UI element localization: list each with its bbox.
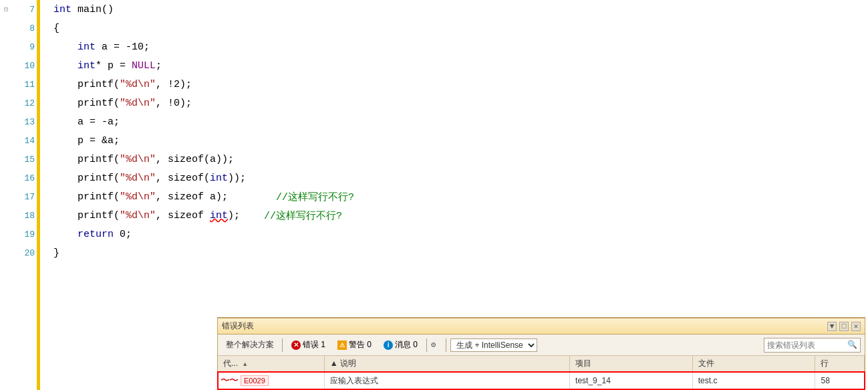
token: "%d\n" <box>120 98 156 109</box>
token: , !0); <box>156 98 192 109</box>
line-number-10: 10 <box>0 56 40 75</box>
col-description: ▲ 说明 <box>324 356 569 372</box>
error-icon: ✕ <box>291 340 301 350</box>
line-number-19: 19 <box>0 225 40 243</box>
wavy-icon: 〜〜 <box>221 375 238 387</box>
token: ( <box>114 154 120 165</box>
code-line-20: } <box>53 243 868 262</box>
line-number-11: 11 <box>0 75 40 94</box>
token: () <box>102 4 114 15</box>
col-file: 文件 <box>692 356 815 372</box>
error-panel-titlebar: 错误列表 ▼ □ ✕ <box>218 318 865 334</box>
info-count-badge[interactable]: i 消息 0 <box>379 337 422 353</box>
warning-count-label: 警告 0 <box>349 339 372 351</box>
token: ( <box>114 79 120 90</box>
code-line-11: printf("%d\n", !2); <box>53 75 868 94</box>
token: printf <box>78 191 114 203</box>
token: int <box>78 41 96 53</box>
line-number-15: 15 <box>0 150 40 169</box>
token: , sizeof <box>156 210 210 221</box>
line-number-9: 9 <box>0 37 40 56</box>
warning-count-badge[interactable]: ⚠ 警告 0 <box>333 337 376 353</box>
search-box[interactable]: 🔍 <box>764 338 861 353</box>
separator-1 <box>282 338 283 352</box>
info-icon: i <box>384 340 393 350</box>
code-line-16: printf("%d\n", sizeof(int)); <box>53 169 868 187</box>
titlebar-controls: ▼ □ ✕ <box>827 322 861 331</box>
token <box>53 210 78 221</box>
line-num-label: 10 <box>15 61 35 71</box>
sort-arrow: ▲ <box>242 361 248 367</box>
token: ; <box>156 60 162 72</box>
filter-icon[interactable]: ⚙ <box>431 340 442 351</box>
token <box>53 154 78 165</box>
pin-icon[interactable]: ▼ <box>827 322 837 331</box>
line-number-13: 13 <box>0 112 40 131</box>
token: , sizeof a); <box>156 191 228 203</box>
line-number-16: 16 <box>0 169 40 187</box>
line-num-label: 11 <box>15 80 35 90</box>
token: , !2); <box>156 79 192 90</box>
build-scope-dropdown[interactable]: 生成 + IntelliSense <box>450 338 537 352</box>
search-input[interactable] <box>767 340 847 350</box>
line-num-label: 19 <box>15 229 35 239</box>
close-icon[interactable]: ✕ <box>851 322 861 331</box>
token: main <box>78 4 102 15</box>
error-table: 代... ▲ ▲ 说明 项目 文件 行 〜〜E0029应输入表达式test_9_… <box>218 356 865 389</box>
token: //这样写行不行? <box>240 209 342 222</box>
token: ( <box>114 98 120 109</box>
error-count-label: 错误 1 <box>303 339 325 351</box>
line-number-17: 17 <box>0 187 40 206</box>
code-line-13: a = -a; <box>53 112 868 131</box>
warning-icon: ⚠ <box>337 340 347 350</box>
token: printf <box>78 79 114 90</box>
separator-2 <box>426 338 427 352</box>
token: "%d\n" <box>120 173 156 184</box>
code-line-10: int* p = NULL; <box>53 56 868 75</box>
table-row[interactable]: 〜〜E0029应输入表达式test_9_14test.c58 <box>218 372 865 389</box>
scope-button[interactable]: 整个解决方案 <box>222 338 278 352</box>
token: int <box>53 4 71 15</box>
search-icon[interactable]: 🔍 <box>847 340 857 350</box>
collapse-icon[interactable]: ⊟ <box>1 5 11 14</box>
line-num-label: 9 <box>15 42 35 52</box>
line-gutter: ⊟7891011121314151617181920 <box>0 0 40 390</box>
token <box>53 135 78 147</box>
cell-description: 应输入表达式 <box>324 372 569 389</box>
token: return <box>78 229 114 240</box>
token <box>53 229 78 240</box>
line-num-label: 20 <box>15 248 35 258</box>
restore-icon[interactable]: □ <box>839 322 849 331</box>
info-count-label: 消息 0 <box>395 339 418 351</box>
token: * p = <box>96 60 132 72</box>
token: "%d\n" <box>120 191 156 203</box>
token <box>71 4 78 15</box>
token: } <box>53 248 59 259</box>
token: int <box>210 210 228 221</box>
col-code: 代... ▲ <box>218 356 324 372</box>
line-number-8: 8 <box>0 19 40 37</box>
cell-project: test_9_14 <box>570 372 693 389</box>
line-num-label: 12 <box>15 98 35 108</box>
token: , sizeof( <box>156 173 210 184</box>
token: "%d\n" <box>120 154 156 165</box>
table-header-row: 代... ▲ ▲ 说明 项目 文件 行 <box>218 356 865 372</box>
token: int <box>210 173 228 184</box>
token <box>53 98 78 109</box>
separator-3 <box>446 338 446 352</box>
token: { <box>53 23 59 34</box>
error-count-badge[interactable]: ✕ 错误 1 <box>287 337 330 353</box>
cell-code: 〜〜E0029 <box>218 372 324 389</box>
cell-file: test.c <box>692 372 815 389</box>
token: printf <box>78 154 114 165</box>
token: "%d\n" <box>120 210 156 221</box>
token: printf <box>78 98 114 109</box>
code-line-19: return 0; <box>53 225 868 243</box>
token: , sizeof(a)); <box>156 154 234 165</box>
token <box>53 116 78 128</box>
token <box>53 41 78 53</box>
token <box>53 60 78 72</box>
token: 0; <box>114 229 132 240</box>
code-line-14: p = &a; <box>53 131 868 150</box>
error-panel-title: 错误列表 <box>222 320 254 332</box>
